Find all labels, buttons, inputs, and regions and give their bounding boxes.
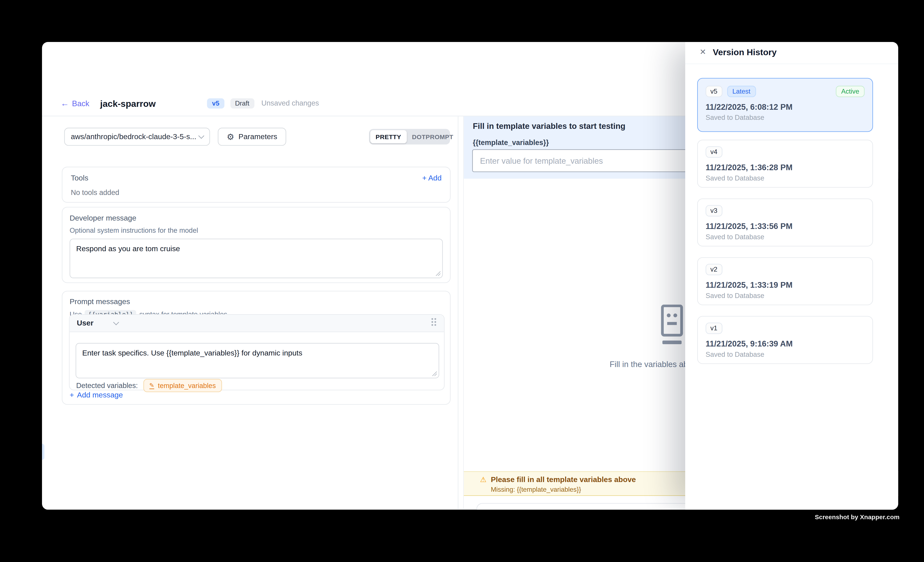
tools-card: Tools + Add No tools added (62, 167, 450, 203)
version-number-badge: v1 (706, 323, 722, 334)
warning-icon: ⚠ (480, 475, 487, 484)
version-note: Saved to Database (706, 174, 865, 182)
version-note: Saved to Database (706, 292, 865, 299)
add-message-label: Add message (77, 391, 123, 399)
back-arrow-icon: ← (61, 99, 69, 107)
view-toggle: PRETTY DOTPROMPT (369, 129, 450, 144)
version-badges-row: v5 Latest Active (706, 86, 865, 97)
variable-name-label: {{template_variables}} (473, 139, 549, 147)
detected-variables-label: Detected variables: (76, 381, 138, 390)
prompt-messages-card: Prompt messages Use {{variable}} syntax … (62, 291, 450, 405)
variables-panel-title: Fill in template variables to start test… (473, 122, 626, 131)
add-tool-label: Add (428, 174, 442, 182)
close-icon[interactable]: ✕ (699, 48, 706, 57)
back-button[interactable]: ← Back (61, 99, 90, 108)
chevron-down-icon (198, 133, 204, 139)
version-note: Saved to Database (706, 114, 865, 121)
version-timestamp: 11/21/2025, 1:33:56 PM (706, 222, 865, 231)
warning-title: Please fill in all template variables ab… (491, 475, 636, 484)
developer-message-label: Developer message (69, 214, 442, 223)
gear-icon: ⚙ (227, 132, 234, 141)
drawer-title: Version History (713, 48, 777, 57)
version-history-drawer: ✕ Version History v5 Latest Active 11/22… (685, 42, 898, 510)
message-content-value: Enter task specifics. Use {{template_var… (82, 349, 302, 357)
message-header: User (69, 315, 444, 332)
version-timestamp: 11/21/2025, 1:33:19 PM (706, 281, 865, 290)
unsaved-changes-label: Unsaved changes (261, 99, 319, 107)
version-badges-row: v3 (706, 205, 865, 216)
version-badges-row: v2 (706, 264, 865, 275)
version-badges-row: v1 (706, 323, 865, 334)
version-note: Saved to Database (706, 233, 865, 240)
tools-empty-text: No tools added (71, 188, 442, 197)
drawer-header: ✕ Version History (685, 42, 898, 64)
version-timestamp: 11/21/2025, 1:36:28 PM (706, 163, 865, 172)
active-badge: Active (836, 86, 865, 97)
page-title: jack-sparrow (100, 98, 156, 108)
edit-icon: ✎ (149, 382, 154, 389)
detected-variables-row: Detected variables: ✎ template_variables (76, 379, 222, 392)
role-select-value: User (77, 319, 93, 327)
version-timestamp: 11/22/2025, 6:08:12 PM (706, 103, 865, 112)
stage: ← Back jack-sparrow v5 Draft Unsaved cha… (0, 0, 924, 562)
message-content-textarea[interactable]: Enter task specifics. Use {{template_var… (76, 343, 439, 378)
version-card[interactable]: v1 11/21/2025, 9:16:39 AM Saved to Datab… (697, 316, 873, 364)
developer-message-card: Developer message Optional system instru… (62, 207, 450, 283)
template-variable-chip[interactable]: ✎ template_variables (143, 379, 222, 392)
developer-message-textarea[interactable]: Respond as you are tom cruise (69, 239, 442, 278)
template-variable-name: template_variables (158, 382, 216, 389)
version-card[interactable]: v3 11/21/2025, 1:33:56 PM Saved to Datab… (697, 199, 873, 247)
draft-badge: Draft (230, 98, 254, 108)
toggle-dotprompt[interactable]: DOTPROMPT (406, 130, 459, 143)
add-tool-button[interactable]: + Add (422, 174, 441, 182)
version-card[interactable]: v5 Latest Active 11/22/2025, 6:08:12 PM … (697, 78, 873, 132)
edge-accent (42, 444, 44, 460)
toggle-pretty[interactable]: PRETTY (370, 130, 406, 143)
version-number-badge: v2 (706, 264, 722, 275)
chevron-down-icon[interactable] (113, 319, 119, 325)
drag-handle-icon[interactable] (431, 318, 437, 329)
back-label: Back (72, 99, 90, 108)
version-number-badge: v5 (706, 86, 722, 97)
message-block: User E (69, 314, 445, 390)
version-badge: v5 (207, 98, 224, 108)
version-badges-row: v4 (706, 146, 865, 158)
version-timestamp: 11/21/2025, 9:16:39 AM (706, 339, 865, 348)
editor-pane: aws/anthropic/bedrock-claude-3-5-s... ⚙ … (42, 116, 458, 510)
add-message-button[interactable]: + Add message (69, 391, 123, 399)
version-number-badge: v3 (706, 205, 722, 216)
version-card[interactable]: v4 11/21/2025, 1:36:28 PM Saved to Datab… (697, 140, 873, 188)
developer-message-hint: Optional system instructions for the mod… (69, 227, 442, 234)
model-select-value: aws/anthropic/bedrock-claude-3-5-s... (71, 132, 199, 141)
version-list: v5 Latest Active 11/22/2025, 6:08:12 PM … (697, 78, 873, 364)
app-window: ← Back jack-sparrow v5 Draft Unsaved cha… (42, 42, 898, 510)
version-number-badge: v4 (706, 146, 722, 158)
version-note: Saved to Database (706, 351, 865, 358)
resize-handle-icon[interactable] (432, 371, 437, 376)
warning-detail: Missing: {{template_variables}} (491, 486, 581, 493)
version-card[interactable]: v2 11/21/2025, 1:33:19 PM Saved to Datab… (697, 257, 873, 305)
parameters-label: Parameters (238, 132, 278, 141)
watermark-text: Screenshot by Xnapper.com (815, 513, 899, 520)
tools-label: Tools (71, 174, 88, 182)
developer-message-value: Respond as you are tom cruise (76, 245, 180, 253)
robot-face-icon (660, 305, 684, 350)
latest-badge: Latest (727, 86, 756, 97)
parameters-button[interactable]: ⚙ Parameters (218, 128, 286, 146)
model-select[interactable]: aws/anthropic/bedrock-claude-3-5-s... (64, 128, 210, 146)
prompt-messages-label: Prompt messages (69, 297, 442, 306)
resize-handle-icon[interactable] (435, 271, 440, 276)
